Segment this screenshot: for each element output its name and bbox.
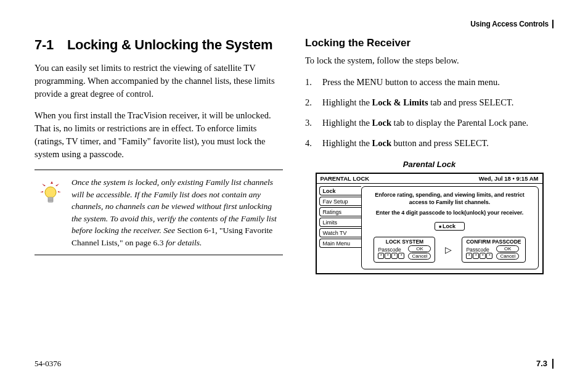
tab-limits[interactable]: Limits	[319, 218, 361, 227]
right-column: Locking the Receiver To lock the system,…	[305, 37, 553, 274]
tab-watch-tv[interactable]: Watch TV	[319, 228, 361, 237]
steps-intro: To lock the system, follow the steps bel…	[305, 54, 553, 67]
step-item: Highlight the Lock & Limits tab and pres…	[305, 96, 553, 109]
arrow-icon: ▷	[445, 245, 452, 254]
document-number: 54-0376	[35, 359, 61, 369]
chapter-header: Using Access Controls	[35, 20, 553, 28]
svg-marker-0	[51, 181, 53, 184]
intro-paragraph-2: When you first install the TracVision re…	[35, 109, 283, 161]
tip-icon	[39, 180, 62, 207]
intro-paragraph-1: You can easily set limits to restrict th…	[35, 62, 283, 100]
panel-title: PARENTAL LOCK	[321, 175, 370, 182]
tab-lock[interactable]: Lock	[319, 186, 361, 195]
step-bold: Lock & Limits	[372, 97, 428, 107]
page-number: 7.3	[536, 359, 553, 369]
section-heading: 7-1Locking & Unlocking the System	[35, 37, 283, 53]
lock-system-title: LOCK SYSTEM	[378, 239, 431, 245]
svg-marker-4	[58, 191, 61, 192]
passcode-input[interactable]: ****	[466, 253, 492, 259]
parental-lock-panel: PARENTAL LOCK Wed, Jul 18 • 9:15 AM Lock…	[316, 173, 544, 274]
step-text: Press the MENU button to access the main…	[322, 77, 500, 87]
panel-tabs: Lock Fav Setup Ratings Limits Watch TV M…	[317, 184, 361, 273]
panel-message-2: Enter the 4 digit passcode to lock(unloc…	[368, 210, 532, 217]
cancel-button[interactable]: Cancel	[496, 253, 519, 260]
passcode-label: Passcode	[378, 247, 404, 253]
ok-button[interactable]: OK	[496, 245, 519, 252]
step-bold: Lock	[372, 118, 391, 128]
page-footer: 54-0376 7.3	[35, 359, 553, 369]
step-item: Highlight the Lock button and press SELE…	[305, 137, 553, 150]
note-text: Once the system is locked, only existing…	[71, 176, 279, 248]
passcode-label: Passcode	[466, 247, 492, 253]
step-text: Highlight the	[322, 118, 372, 128]
step-bold: Lock	[372, 138, 391, 148]
step-text: Highlight the	[322, 138, 372, 148]
panel-content: Enforce rating, spending, and viewing li…	[361, 186, 539, 269]
svg-marker-1	[42, 184, 46, 186]
subsection-heading: Locking the Receiver	[305, 37, 553, 49]
tab-fav-setup[interactable]: Fav Setup	[319, 197, 361, 206]
ok-button[interactable]: OK	[408, 245, 431, 252]
lock-system-box: LOCK SYSTEM Passcode **** OK	[374, 237, 435, 263]
steps-list: Press the MENU button to access the main…	[305, 76, 553, 150]
step-text: Highlight the	[322, 97, 372, 107]
svg-marker-2	[55, 184, 59, 186]
section-number: 7-1	[35, 37, 54, 53]
step-item: Press the MENU button to access the main…	[305, 76, 553, 89]
step-text: tab to display the Parental Lock pane.	[391, 118, 528, 128]
step-item: Highlight the Lock tab to display the Pa…	[305, 117, 553, 129]
confirm-title: CONFIRM PASSCODE	[466, 239, 521, 245]
passcode-input[interactable]: ****	[378, 253, 404, 259]
note-callout: Once the system is locked, only existing…	[35, 170, 283, 255]
svg-rect-6	[48, 197, 53, 202]
tab-main-menu[interactable]: Main Menu	[319, 239, 361, 248]
panel-datetime: Wed, Jul 18 • 9:15 AM	[479, 175, 539, 182]
left-column: 7-1Locking & Unlocking the System You ca…	[35, 37, 283, 274]
confirm-passcode-box: CONFIRM PASSCODE Passcode **** OK	[462, 237, 525, 263]
step-text: button and press SELECT.	[391, 138, 489, 148]
panel-message-1: Enforce rating, spending, and viewing li…	[368, 192, 532, 206]
tab-ratings[interactable]: Ratings	[319, 207, 361, 216]
svg-point-5	[45, 187, 56, 198]
section-title-text: Locking & Unlocking the System	[67, 37, 272, 52]
figure-caption: Parental Lock	[305, 160, 553, 169]
step-text: tab and press SELECT.	[428, 97, 514, 107]
lock-button[interactable]: Lock	[435, 222, 465, 231]
note-text-b: for details.	[164, 238, 202, 247]
cancel-button[interactable]: Cancel	[408, 253, 431, 260]
svg-marker-3	[40, 191, 43, 192]
